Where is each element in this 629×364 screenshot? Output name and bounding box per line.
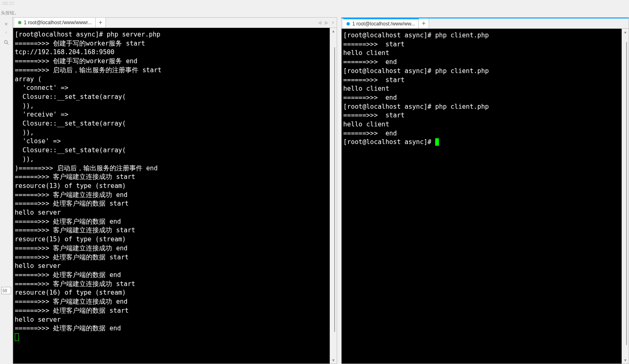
terminal-line: ======>>> 创建手写的worker服务 start: [15, 39, 335, 48]
terminal-line: Closure::__set_state(array(: [15, 93, 335, 102]
terminal-line: [root@localhost async]# php client.php: [343, 103, 627, 112]
terminal-line: )),: [15, 155, 335, 164]
left-terminal-output[interactable]: [root@localhost async]# php server.php==…: [13, 28, 337, 345]
terminal-line: ======>>> 处理客户端的数据 start: [15, 307, 335, 316]
terminal-line: resource(13) of type (stream): [15, 182, 335, 191]
terminal-line: Closure::__set_state(array(: [15, 119, 335, 128]
left-scrollbar[interactable]: ▲ ▼: [330, 28, 337, 364]
terminal-line: 'close' =>: [15, 137, 335, 146]
tab-nav-left-icon[interactable]: ◀: [318, 20, 321, 25]
terminal-line: ======>>> 客户端建立连接成功 start: [15, 280, 335, 289]
terminal-line: ======>>> 客户端建立连接成功 end: [15, 191, 335, 200]
partial-time-text: :00:22: [2, 1, 14, 6]
terminal-line: hello server: [15, 316, 335, 325]
scroll-down-icon[interactable]: ▼: [330, 357, 337, 364]
terminal-line: )),: [15, 128, 335, 137]
terminal-line: ======>>> 客户端建立连接成功 end: [15, 244, 335, 253]
scroll-up-icon[interactable]: ▲: [330, 28, 337, 34]
cursor-icon: [435, 138, 439, 146]
terminal-line: hello server: [15, 208, 335, 217]
tab-right-session[interactable]: 1 root@localhost:/www/ww...: [343, 18, 419, 28]
tab-label: 1 root@localhost:/www/wwwr...: [24, 20, 92, 25]
terminal-line: ======>>> 处理客户端的数据 end: [15, 324, 335, 333]
new-tab-button[interactable]: +: [419, 18, 429, 28]
close-icon[interactable]: ×: [3, 21, 9, 28]
terminal-line: array (: [15, 75, 335, 84]
terminal-line: hello server: [15, 262, 335, 271]
terminal-line: ======>>> 处理客户端的数据 end: [15, 271, 335, 280]
right-terminal-output[interactable]: [root@localhost async]# php client.php==…: [342, 29, 629, 149]
terminal-line: ======>>> end: [343, 129, 627, 138]
search-icon[interactable]: [3, 39, 9, 45]
terminal-line: 'connect' =>: [15, 84, 335, 93]
collapse-arrow-icon[interactable]: ‹: [5, 30, 7, 34]
new-tab-button[interactable]: +: [96, 18, 106, 27]
tab-nav-right-icon[interactable]: ▶: [325, 20, 328, 25]
left-tabbar: 1 root@localhost:/www/wwwr... + ◀ ▶ ▾: [13, 18, 337, 28]
terminal-line: resource(15) of type (stream): [15, 235, 335, 244]
right-terminal-pane: 1 root@localhost:/www/ww... + [root@loca…: [341, 17, 629, 364]
terminal-line: ======>>> 创建手写的worker服务 end: [15, 57, 335, 66]
terminal-line: ======>>> 处理客户端的数据 start: [15, 253, 335, 262]
svg-point-0: [4, 40, 7, 43]
scrollbar-thumb[interactable]: [334, 47, 335, 332]
terminal-line: ======>>> 客户端建立连接成功 start: [15, 173, 335, 182]
terminal-line: ======>>> end: [343, 58, 627, 67]
terminal-line: ======>>> end: [343, 94, 627, 103]
scrollbar-thumb[interactable]: [626, 42, 627, 345]
svg-line-1: [7, 43, 8, 44]
terminal-line: )======>>> 启动后，输出服务的注册事件 end: [15, 164, 335, 173]
terminal-line: [root@localhost async]# php server.php: [15, 30, 335, 39]
terminal-line: ======>>> 处理客户端的数据 end: [15, 217, 335, 227]
terminal-line: tcp://192.168.204.168:9500: [15, 48, 335, 57]
terminal-line: ======>>> 客户端建立连接成功 end: [15, 298, 335, 307]
sidebar-number-box[interactable]: 58: [1, 287, 11, 294]
terminal-line: ======>>> start: [343, 40, 627, 49]
tab-nav-menu-icon[interactable]: ▾: [332, 20, 334, 25]
app-left-sidebar: × ‹ 58: [0, 17, 13, 364]
terminal-line: hello client: [343, 49, 627, 58]
terminal-line: ======>>> 处理客户端的数据 start: [15, 199, 335, 208]
tab-label: 1 root@localhost:/www/ww...: [352, 21, 415, 27]
terminal-line: [15, 333, 335, 342]
terminal-line: hello client: [343, 85, 627, 94]
terminal-line: ======>>> start: [343, 111, 627, 120]
tab-left-session[interactable]: 1 root@localhost:/www/wwwr...: [15, 18, 96, 27]
terminal-line: [root@localhost async]#: [343, 138, 627, 147]
terminal-line: ======>>> 启动后，输出服务的注册事件 start: [15, 66, 335, 75]
hint-text: 头按钮。: [1, 10, 19, 16]
terminal-line: Closure::__set_state(array(: [15, 146, 335, 155]
scroll-up-icon[interactable]: ▲: [622, 29, 629, 35]
terminal-line: [root@localhost async]# php client.php: [343, 31, 627, 40]
terminal-line: hello client: [343, 120, 627, 129]
window-header-strip: :00:22 头按钮。: [0, 0, 629, 17]
terminal-line: resource(16) of type (stream): [15, 288, 335, 298]
right-scrollbar[interactable]: ▲ ▼: [622, 29, 629, 364]
terminal-line: 'receive' =>: [15, 110, 335, 119]
terminal-line: ======>>> start: [343, 76, 627, 85]
status-dot-icon: [18, 21, 21, 24]
status-dot-icon: [347, 22, 350, 25]
terminal-line: ======>>> 客户端建立连接成功 start: [15, 226, 335, 235]
pane-divider[interactable]: [337, 17, 341, 364]
terminal-line: )),: [15, 102, 335, 111]
cursor-icon: [15, 333, 19, 341]
left-terminal-pane: 1 root@localhost:/www/wwwr... + ◀ ▶ ▾ [r…: [13, 17, 337, 364]
terminal-line: [root@localhost async]# php client.php: [343, 67, 627, 76]
right-tabbar: 1 root@localhost:/www/ww... +: [342, 18, 629, 29]
scroll-down-icon[interactable]: ▼: [622, 357, 629, 364]
